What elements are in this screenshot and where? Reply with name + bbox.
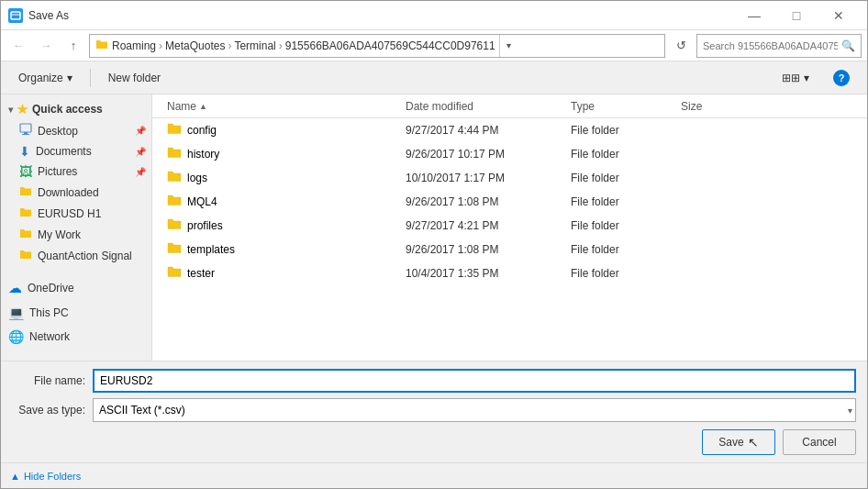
toolbar-separator	[90, 69, 91, 87]
back-button[interactable]: ←	[6, 34, 30, 58]
quick-access-header[interactable]: ▾ ★ Quick access	[1, 98, 151, 120]
footer: ▲ Hide Folders	[1, 462, 867, 488]
column-header-type[interactable]: Type	[571, 100, 681, 113]
toolbar: Organize ▾ New folder ⊞⊞ ▾ ?	[1, 61, 867, 94]
save-button[interactable]: Save ↖	[702, 429, 775, 455]
sidebar-eurusd-label: EURUSD H1	[38, 207, 101, 220]
sidebar-item-eurusd[interactable]: EURUSD H1	[1, 203, 151, 224]
sidebar-item-network[interactable]: 🌐 Network	[1, 327, 151, 347]
search-icon: 🔍	[841, 39, 855, 52]
organize-button[interactable]: Organize ▾	[10, 65, 81, 91]
file-folder-icon	[167, 170, 182, 185]
table-row[interactable]: MQL4 9/26/2017 1:08 PM File folder	[152, 190, 867, 214]
column-header-date[interactable]: Date modified	[406, 100, 571, 113]
breadcrumb-roaming[interactable]: Roaming	[112, 39, 156, 52]
column-header-name[interactable]: Name ▲	[167, 100, 406, 113]
main-content: ▾ ★ Quick access Desktop 📌 ⬇ Documents 📌	[1, 94, 867, 361]
svg-rect-0	[11, 12, 20, 19]
sidebar-item-desktop[interactable]: Desktop 📌	[1, 120, 151, 141]
quick-access-section: ▾ ★ Quick access Desktop 📌 ⬇ Documents 📌	[1, 98, 151, 266]
hide-folders-label: Hide Folders	[24, 471, 81, 482]
quick-access-icon: ★	[17, 102, 28, 117]
downloaded-icon	[19, 184, 32, 200]
file-name-text: tester	[187, 267, 215, 280]
new-folder-button[interactable]: New folder	[100, 65, 169, 91]
file-type: File folder	[571, 267, 681, 280]
quantaction-icon	[19, 248, 32, 263]
sidebar-item-thispc[interactable]: 💻 This PC	[1, 303, 151, 323]
filename-row: File name:	[12, 369, 856, 393]
file-name-text: logs	[187, 172, 207, 184]
view-button[interactable]: ⊞⊞ ▾	[773, 65, 818, 91]
sidebar-onedrive-label: OneDrive	[28, 282, 74, 295]
cursor-indicator: ↖	[748, 435, 759, 450]
pin-icon-pictures: 📌	[135, 167, 146, 177]
filename-input[interactable]	[93, 369, 856, 393]
maximize-button[interactable]: □	[775, 1, 818, 30]
pictures-icon: 🖼	[19, 164, 32, 179]
sidebar-item-pictures[interactable]: 🖼 Pictures 📌	[1, 161, 151, 182]
file-name-text: config	[187, 124, 217, 137]
table-row[interactable]: profiles 9/27/2017 4:21 PM File folder	[152, 214, 867, 238]
refresh-button[interactable]: ↺	[669, 34, 693, 58]
file-list: Name ▲ Date modified Type Size	[152, 94, 867, 361]
sidebar-item-quantaction[interactable]: QuantAction Signal	[1, 245, 151, 266]
table-row[interactable]: templates 9/26/2017 1:08 PM File folder	[152, 238, 867, 261]
address-bar[interactable]: Roaming › MetaQuotes › Terminal › 915566…	[89, 34, 665, 58]
sidebar-downloaded-label: Downloaded	[38, 186, 99, 199]
sidebar-item-documents[interactable]: ⬇ Documents 📌	[1, 141, 151, 161]
help-button[interactable]: ?	[825, 65, 858, 91]
breadcrumb-metaquotes[interactable]: MetaQuotes	[165, 39, 225, 52]
file-name-text: profiles	[187, 219, 223, 232]
breadcrumb-terminal[interactable]: Terminal	[234, 39, 275, 52]
address-folder-icon	[95, 38, 108, 53]
file-date: 9/27/2017 4:21 PM	[406, 219, 571, 232]
file-date: 9/26/2017 1:08 PM	[406, 243, 571, 256]
column-header-size[interactable]: Size	[681, 100, 754, 113]
svg-rect-3	[22, 134, 29, 135]
file-type: File folder	[571, 219, 681, 232]
sidebar-thispc-label: This PC	[29, 306, 69, 319]
file-folder-icon	[167, 241, 182, 257]
sidebar-quantaction-label: QuantAction Signal	[38, 250, 132, 262]
documents-icon: ⬇	[19, 144, 30, 159]
table-row[interactable]: config 9/27/2017 4:44 PM File folder	[152, 118, 867, 142]
filename-label: File name:	[12, 374, 85, 387]
file-rows-container: config 9/27/2017 4:44 PM File folder his…	[152, 118, 867, 285]
onedrive-icon: ☁	[8, 280, 22, 296]
window-title: Save As	[28, 9, 733, 22]
help-icon: ?	[833, 70, 850, 86]
sidebar-item-downloaded[interactable]: Downloaded	[1, 182, 151, 203]
quick-access-label: Quick access	[32, 103, 103, 116]
table-row[interactable]: history 9/26/2017 10:17 PM File folder	[152, 142, 867, 166]
forward-button[interactable]: →	[34, 34, 58, 58]
file-name-text: history	[187, 148, 219, 161]
file-type: File folder	[571, 172, 681, 184]
address-dropdown-button[interactable]: ▾	[499, 34, 517, 58]
savetype-select[interactable]: ASCII Text (*.csv)	[93, 398, 856, 422]
table-row[interactable]: logs 10/10/2017 1:17 PM File folder	[152, 166, 867, 190]
close-button[interactable]: ✕	[818, 1, 860, 30]
file-type: File folder	[571, 148, 681, 161]
sidebar-mywork-label: My Work	[38, 228, 81, 241]
minimize-button[interactable]: —	[733, 1, 775, 30]
view-icon: ⊞⊞	[782, 72, 800, 84]
file-date: 10/4/2017 1:35 PM	[406, 267, 571, 280]
sidebar-item-onedrive[interactable]: ☁ OneDrive	[1, 277, 151, 299]
search-box[interactable]: 🔍	[696, 34, 862, 58]
desktop-icon	[19, 123, 32, 139]
savetype-label: Save as type:	[12, 404, 85, 417]
breadcrumb-guid[interactable]: 915566BA06ADA407569C544CC0D97611	[285, 39, 495, 52]
up-button[interactable]: ↑	[61, 34, 85, 58]
file-date: 9/26/2017 1:08 PM	[406, 195, 571, 208]
breadcrumb: Roaming › MetaQuotes › Terminal › 915566…	[112, 39, 495, 52]
window-controls: — □ ✕	[733, 1, 860, 30]
sidebar-item-mywork[interactable]: My Work	[1, 224, 151, 245]
cancel-button[interactable]: Cancel	[783, 429, 856, 455]
table-row[interactable]: tester 10/4/2017 1:35 PM File folder	[152, 261, 867, 285]
mywork-icon	[19, 227, 32, 242]
sidebar-network-label: Network	[29, 330, 70, 343]
file-date: 9/27/2017 4:44 PM	[406, 124, 571, 137]
search-input[interactable]	[703, 40, 838, 51]
hide-folders-toggle[interactable]: ▲ Hide Folders	[10, 471, 81, 482]
